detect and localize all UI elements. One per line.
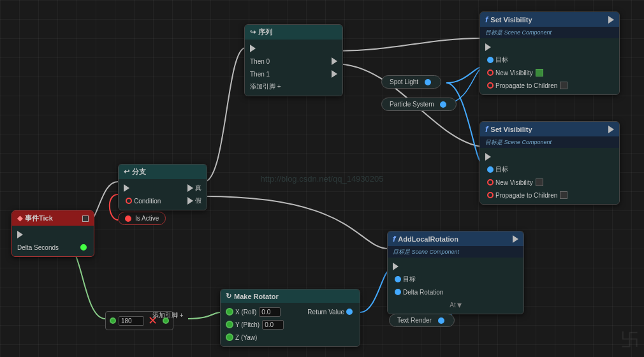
then0-out [332, 57, 337, 65]
func-icon-2: f [485, 124, 488, 134]
value-180-in-pin [110, 317, 116, 324]
set-vis2-subtitle: 目标是 Scene Component [485, 139, 552, 145]
value-180-input[interactable] [119, 316, 144, 326]
particle-system-node: Particle System [381, 98, 457, 111]
add-local-rot-delta-row: Delta Rotation [388, 286, 523, 298]
sequence-node: ↪ 序列 Then 0 Then 1 添加引脚 + [244, 24, 343, 96]
x-roll-pin [226, 308, 233, 316]
set-vis1-target-pin [487, 57, 494, 63]
set-vis2-target-row: 目标 [480, 163, 619, 176]
x-roll-label: X (Roll) [235, 309, 256, 316]
sequence-body: Then 0 Then 1 添加引脚 + [245, 40, 342, 96]
condition-label: Condition [134, 198, 161, 205]
set-vis1-newvis-label: New Visibility [495, 69, 533, 76]
set-vis2-propagate-row: Propagate to Children [480, 189, 619, 201]
z-yaw-pin [226, 333, 233, 341]
particle-system-label: Particle System [390, 101, 434, 108]
func-icon-1: f [485, 15, 488, 24]
set-visibility-2-node: f Set Visibility 目标是 Scene Component 目标 … [479, 121, 620, 205]
add-local-rot-target-row: 目标 [388, 273, 523, 286]
make-rotator-y-row: Y (Pitch) [221, 318, 360, 331]
text-render-node: Text Render [389, 314, 455, 327]
add-local-rot-exec-in-row [388, 260, 523, 273]
set-vis2-newvis-label: New Visibility [495, 179, 533, 186]
add-pin-bottom-label[interactable]: 添加引脚 + [152, 311, 184, 320]
z-yaw-label: Z (Yaw) [235, 334, 257, 341]
event-tick-node: ◆ 事件Tick Delta Seconds [11, 210, 94, 257]
branch-body: 真 Condition 假 [119, 179, 207, 210]
add-local-rot-delta-pin [395, 289, 401, 295]
branch-title: 分支 [132, 167, 146, 177]
add-pin-bottom-node: 添加引脚 + [149, 311, 184, 320]
branch-false-out [187, 197, 193, 205]
add-local-rot-subtitle: 目标是 Scene Component [393, 249, 459, 255]
set-vis1-propagate-row: Propagate to Children [480, 79, 619, 92]
set-vis1-exec-in [485, 43, 491, 51]
sequence-exec-in-row [245, 42, 342, 55]
add-local-rotation-node: f AddLocalRotation 目标是 Scene Component 目… [387, 231, 524, 314]
set-vis2-newvis-checkbox[interactable] [536, 178, 543, 186]
set-vis2-exec-in [485, 153, 491, 161]
event-tick-exec-row [12, 228, 94, 241]
event-tick-title: 事件Tick [25, 214, 53, 223]
sequence-title: 序列 [258, 27, 272, 37]
set-vis1-target-label: 目标 [495, 55, 508, 64]
return-value-pin [346, 309, 353, 315]
set-vis1-propagate-checkbox[interactable] [560, 82, 567, 89]
delta-seconds-label: Delta Seconds [17, 244, 59, 251]
set-vis2-header: f Set Visibility [480, 122, 619, 136]
make-rotator-header: ↻ Make Rotator [221, 289, 360, 303]
set-vis1-propagate-label: Propagate to Children [495, 82, 557, 89]
sequence-add-pin-label[interactable]: 添加引脚 + [250, 82, 281, 91]
is-active-node: Is Active [118, 212, 166, 225]
add-local-rot-target-pin [395, 276, 401, 282]
set-vis2-exec-in-row [480, 150, 619, 163]
branch-node: ↩ 分支 真 Condition 假 [118, 164, 207, 210]
set-vis1-subtitle-bar: 目标是 Scene Component [480, 27, 619, 38]
sequence-exec-in [250, 45, 256, 52]
add-local-rot-at-icon: ▾ [457, 300, 462, 310]
diamond-icon: ◆ [17, 214, 22, 222]
text-render-label: Text Render [397, 317, 432, 324]
spot-light-pin [425, 79, 431, 85]
add-local-rot-delta-label: Delta Rotation [403, 289, 443, 296]
branch-condition-row: Condition 假 [119, 194, 207, 207]
add-local-rot-exec-out [513, 235, 518, 243]
branch-header: ↩ 分支 [119, 164, 207, 179]
set-vis1-body: 目标 New Visibility Propagate to Children [480, 38, 619, 94]
func-icon-3: f [393, 234, 395, 244]
make-rotator-z-row: Z (Yaw) [221, 331, 360, 344]
set-vis1-exec-in-row [480, 41, 619, 54]
branch-true-out [187, 184, 193, 192]
branch-false-label: 假 [195, 196, 201, 205]
y-pitch-label: Y (Pitch) [235, 321, 260, 328]
set-vis1-propagate-pin [487, 82, 494, 89]
then1-label: Then 1 [250, 71, 270, 78]
x-roll-input[interactable] [259, 307, 281, 317]
sequence-then0-row: Then 0 [245, 55, 342, 68]
add-local-rot-subtitle-bar: 目标是 Scene Component [388, 246, 523, 258]
set-vis2-propagate-checkbox[interactable] [560, 191, 567, 199]
branch-exec-in [124, 184, 129, 192]
make-rotator-title: Make Rotator [234, 293, 279, 300]
is-active-out-pin [125, 215, 131, 222]
set-vis2-target-label: 目标 [495, 165, 508, 174]
y-pitch-input[interactable] [262, 320, 284, 330]
set-visibility-1-node: f Set Visibility 目标是 Scene Component 目标 … [479, 11, 620, 95]
set-vis1-header: f Set Visibility [480, 12, 619, 27]
text-render-pin [438, 317, 444, 324]
exec-out-pin [17, 231, 23, 238]
set-vis1-newvis-checkbox[interactable] [536, 69, 543, 76]
spot-light-label: Spot Light [390, 78, 418, 85]
y-pitch-pin [226, 321, 233, 328]
sequence-add-row[interactable]: 添加引脚 + [245, 80, 342, 93]
set-vis1-title: Set Visibility [490, 16, 532, 24]
make-rotator-x-row: X (Roll) Return Value [221, 305, 360, 318]
branch-exec-in-row: 真 [119, 182, 207, 194]
set-vis2-body: 目标 New Visibility Propagate to Children [480, 148, 619, 204]
condition-in-pin [126, 198, 132, 204]
spot-light-node: Spot Light [381, 75, 441, 89]
branch-icon: ↩ [124, 168, 129, 176]
branch-true-label: 真 [195, 184, 201, 193]
make-rotator-body: X (Roll) Return Value Y (Pitch) Z (Yaw) [221, 303, 360, 346]
